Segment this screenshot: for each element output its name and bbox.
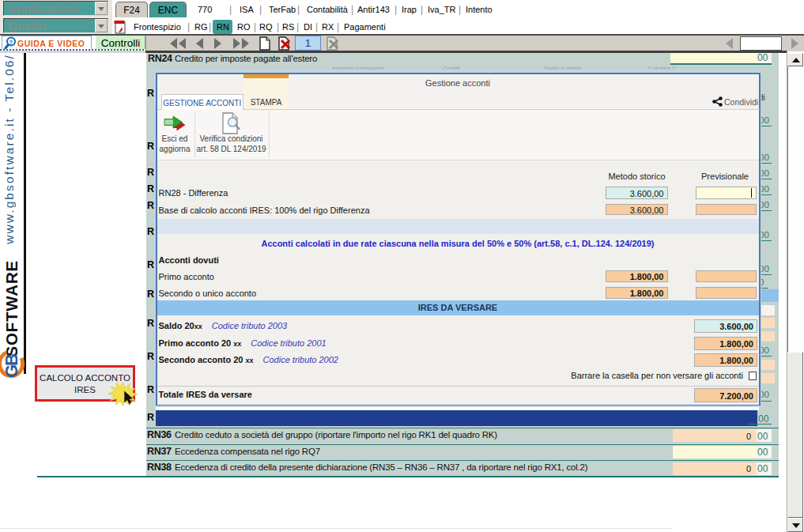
svg-text:?: ? <box>9 39 13 46</box>
svg-text:GB: GB <box>2 354 21 378</box>
